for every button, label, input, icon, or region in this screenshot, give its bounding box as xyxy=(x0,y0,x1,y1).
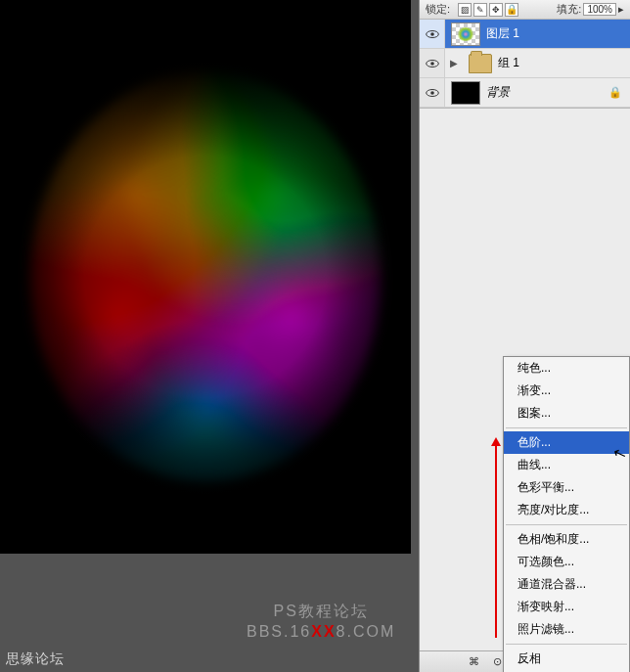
lock-position-button[interactable]: ✥ xyxy=(489,3,503,17)
annotation-arrow xyxy=(495,440,497,638)
menu-separator xyxy=(506,644,627,645)
adjustment-menu-item[interactable]: 色相/饱和度... xyxy=(504,528,629,551)
eye-icon xyxy=(426,59,439,68)
adjustment-menu-item[interactable]: 通道混合器... xyxy=(504,573,629,596)
layer-row-group1[interactable]: ▶ 组 1 xyxy=(420,49,630,78)
menu-separator xyxy=(506,427,627,428)
lock-all-button[interactable]: 🔒 xyxy=(505,3,518,17)
link-icon[interactable]: ⌘ xyxy=(466,654,481,670)
eye-icon xyxy=(426,29,439,39)
layers-panel-header: 锁定: ▨ ✎ ✥ 🔒 填充: 100% ▸ xyxy=(420,0,630,20)
menu-separator xyxy=(506,524,627,525)
adjustment-menu-item[interactable]: 色阶... xyxy=(504,431,629,454)
svg-point-5 xyxy=(430,91,434,95)
adjustment-menu-item[interactable]: 可选颜色... xyxy=(504,551,629,573)
adjustment-menu-item[interactable]: 纯色... xyxy=(504,357,629,380)
adjustment-menu-item[interactable]: 图案... xyxy=(504,402,629,425)
visibility-toggle[interactable] xyxy=(420,78,445,107)
visibility-toggle[interactable] xyxy=(420,20,445,48)
adjustment-menu-item[interactable]: 曲线... xyxy=(504,454,629,476)
lock-transparency-button[interactable]: ▨ xyxy=(458,3,472,17)
layer-name[interactable]: 图层 1 xyxy=(486,25,519,42)
layer-thumbnail[interactable] xyxy=(451,81,480,105)
lock-pixels-button[interactable]: ✎ xyxy=(473,3,487,17)
adjustment-menu: 纯色...渐变...图案...色阶...曲线...色彩平衡...亮度/对比度..… xyxy=(503,356,630,672)
visibility-toggle[interactable] xyxy=(420,49,445,77)
folder-icon xyxy=(469,54,492,73)
group-expand-arrow[interactable]: ▶ xyxy=(445,58,463,68)
watermark-left: 思缘论坛 xyxy=(6,650,65,668)
adjustment-menu-item[interactable]: 反相 xyxy=(504,648,629,670)
layer-name[interactable]: 组 1 xyxy=(498,55,519,71)
adjustment-menu-item[interactable]: 亮度/对比度... xyxy=(504,499,629,521)
watermark-line1: PS教程论坛 xyxy=(247,601,395,622)
canvas-area[interactable] xyxy=(0,0,411,554)
layer-thumbnail[interactable] xyxy=(451,22,480,46)
svg-point-3 xyxy=(430,62,434,66)
adjustment-menu-item[interactable]: 色彩平衡... xyxy=(504,476,629,499)
fill-label: 填充: xyxy=(557,2,581,17)
watermark-right: PS教程论坛 BBS.16XX8.COM xyxy=(247,601,395,643)
eye-icon xyxy=(426,88,439,98)
layer-row-layer1[interactable]: 图层 1 xyxy=(420,20,630,49)
watermark-line2: BBS.16XX8.COM xyxy=(247,621,395,643)
layer-rows: 图层 1 ▶ 组 1 背景 🔒 xyxy=(420,20,630,109)
artwork-vignette xyxy=(0,0,411,554)
lock-label: 锁定: xyxy=(426,2,450,17)
layer-name[interactable]: 背景 xyxy=(486,84,510,101)
adjustment-menu-item[interactable]: 照片滤镜... xyxy=(504,618,629,641)
adjustment-menu-item[interactable]: 渐变映射... xyxy=(504,596,629,618)
svg-point-1 xyxy=(430,32,434,36)
lock-icon: 🔒 xyxy=(608,86,622,99)
fill-dropdown-icon[interactable]: ▸ xyxy=(618,3,624,16)
layer-row-background[interactable]: 背景 🔒 xyxy=(420,78,630,108)
fill-value[interactable]: 100% xyxy=(583,3,616,16)
adjustment-menu-item[interactable]: 渐变... xyxy=(504,380,629,402)
